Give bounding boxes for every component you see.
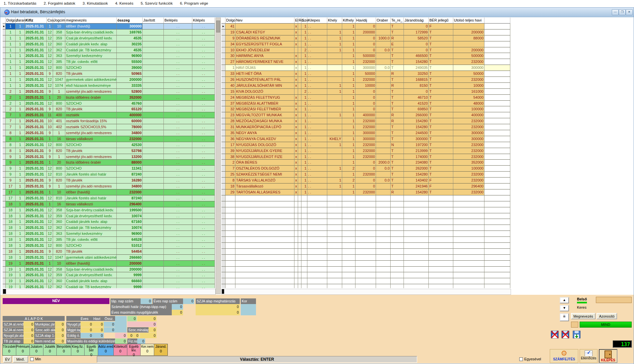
payroll-row[interactable]: 112025.01.31121074első házasok kedvezmén… [3, 83, 215, 89]
min-checkbox[interactable] [30, 357, 34, 361]
payroll-row[interactable]: 212025.01.319820TB járulék65120. .. . [3, 106, 215, 112]
employee-row[interactable]: 30HARMINC ANYAx1. .1500000T466500T500000 [222, 53, 511, 59]
payroll-row[interactable]: 212025.01.3191személyi jöv.adó rendszere… [3, 89, 215, 95]
payroll-row[interactable]: 1812025.01.3112385TB jár. cskedv. előtt6… [3, 237, 215, 243]
menu-item-6[interactable]: 6. Program vége [176, 0, 212, 6]
payroll-row[interactable]: 112025.01.3112362Családi jár. TB kedvezm… [3, 47, 215, 53]
save-export-icon[interactable] [572, 330, 581, 339]
payroll-row[interactable]: 1812025.01.3112800SZOCHO51012. .. . [3, 243, 215, 249]
payroll-row[interactable]: 912025.01.3112810Járulék fizetés alsó ha… [3, 172, 215, 178]
payroll-row[interactable]: 912025.01.31120tiszta időbéres órabér880… [3, 160, 215, 166]
employee-row[interactable] [222, 237, 511, 243]
employees-table[interactable]: DolgoNevElRöSzeKilepesKhelyKifhelyHavidi… [222, 18, 511, 288]
scroll-down-button[interactable]: ▼ [560, 305, 569, 311]
employee-row[interactable] [222, 195, 511, 201]
employee-row[interactable] [222, 219, 511, 225]
employee-row[interactable] [222, 213, 511, 219]
payroll-row[interactable]: 212025.01.3112800SZOCHO45760. .. . [3, 101, 215, 107]
szamfejtes-button[interactable]: ⚙ SZÁMFEJTÉS [550, 349, 578, 363]
payroll-row[interactable]: 1812025.01.3112362Családi jár. TB kedvez… [3, 225, 215, 231]
vertical-scrollbar[interactable] [216, 18, 221, 294]
payroll-row[interactable]: 812025.01.3191személyi jöv.adó rendszere… [3, 130, 215, 136]
employee-row[interactable]: 25SZAKKÉZZETSÉGET NEMIx1. .1232000T15428… [222, 172, 511, 178]
employee-row[interactable]: 18Társasvállalkozóx1. .110T241946F296400 [222, 183, 511, 189]
szamolhato-value[interactable]: 0 [172, 304, 183, 310]
kor-value[interactable] [241, 304, 256, 315]
employee-row[interactable] [222, 284, 511, 288]
scrollbar-thumb[interactable] [222, 289, 224, 294]
payroll-row[interactable]: 1912025.01.31110időber (havidíj)200000. … [3, 261, 215, 267]
payroll-row[interactable]: 1812025.01.319820TB járulék54454. .. . [3, 249, 215, 255]
payroll-row[interactable]: 812025.01.319820TB járulék53798. .. . [3, 148, 215, 154]
employee-row[interactable] [222, 255, 511, 261]
payroll-row[interactable]: 1812025.01.3112358Szja-ban érvény.család… [3, 207, 215, 213]
ellenorzes-button[interactable]: Ellenőrzés [580, 349, 598, 363]
employee-row[interactable]: 9DÓRABÉRES RÉSZMUNKx1. .1101000.0R58520T… [222, 35, 511, 41]
employee-row[interactable]: 28MEZŐGAZDASÁGI MUNKAx1. .1232000R154280… [222, 118, 511, 124]
payroll-row[interactable]: 112025.01.3112358Szja-ban érvény.családi… [3, 29, 215, 35]
szja-value-1[interactable]: 0 [196, 304, 240, 310]
payroll-row[interactable]: 1812025.01.3112360Családi járulék kedv. … [3, 219, 215, 225]
employee-row[interactable] [222, 272, 511, 278]
mino-button[interactable]: Minő. [13, 356, 28, 363]
azonosito-button[interactable]: Azonosító [597, 313, 617, 319]
employee-row[interactable]: 39NYUGDÍJJÁRULÉK GYEREx1. .1232000T21399… [222, 148, 511, 154]
szja-value-2[interactable]: 0 [196, 310, 240, 315]
szoc-minalap-value[interactable]: 0 [149, 327, 157, 333]
menu-item-2[interactable]: 2. Forgalmi adatok [40, 0, 79, 6]
employee-row[interactable]: 33HETI HÉT ÓRAx1. .150000R33250T50000 [222, 71, 511, 77]
misc-green-zero[interactable]: 0 [127, 316, 137, 321]
mgjpt-eves[interactable]: 0 [81, 327, 93, 333]
payroll-row[interactable]: 112025.01.3112363Személyi kedvezmény9690… [3, 53, 215, 59]
payroll-row[interactable]: 912025.01.3191személyi jöv.adó rendszere… [3, 154, 215, 160]
minimize-button[interactable]: — [612, 9, 619, 15]
eddig-eves[interactable]: 0 [81, 333, 93, 338]
employee-row[interactable] [222, 278, 511, 284]
employee-row[interactable]: 27HÁROMGYERMEKET NEVEx1. .1232000T154280… [222, 59, 511, 65]
employee-row[interactable]: 35NÉGY ANYAx1. .1300000T244500T300000 [222, 130, 511, 136]
employee-row[interactable] [222, 267, 511, 273]
maximalis-value[interactable]: 0 [115, 338, 127, 344]
scrollbar-thumb[interactable] [216, 21, 220, 32]
payroll-row[interactable]: 212025.01.31120tiszta időbéres órabér352… [3, 95, 215, 101]
alapok-value[interactable]: 0 [55, 327, 65, 333]
payroll-row[interactable]: 1912025.01.3112359Csal.jár.érvényesíthet… [3, 272, 215, 278]
title-bar[interactable]: Havi béradatok, Bérszámfejtés [0, 8, 634, 17]
misc-yellow-zero-3[interactable]: 0 [133, 333, 139, 338]
payroll-row[interactable]: 812025.01.31116társas vállalkozó232000. … [3, 136, 215, 142]
payroll-row[interactable]: 1812025.01.31116társas vállalkozó296400.… [3, 201, 215, 207]
kilepes-button[interactable]: KILÉPÉS [599, 349, 617, 363]
payroll-row[interactable]: ►112025.01.31110időber (havidíj)300000. … [3, 24, 215, 29]
misc-yellow-zero-1[interactable]: 0 [137, 316, 157, 321]
payroll-row[interactable]: 112025.01.31121047gyermekek utáni adóked… [3, 77, 215, 83]
employee-row[interactable]: 37MEGBÍZÁSI ALATTMBÉRx1. .10T41520T48000 [222, 101, 511, 107]
employee-row[interactable]: 36NÉGYANYA CSALKEDVx1. .KHELY1300000T300… [222, 136, 511, 142]
employee-row[interactable] [222, 207, 511, 213]
search-input-1[interactable] [596, 297, 632, 303]
close-button[interactable]: ✕ [626, 9, 633, 15]
payroll-row[interactable]: 112025.01.3112385TB jár. cskedv. előtt55… [3, 59, 215, 65]
maximize-button[interactable]: ❐ [619, 9, 626, 15]
payroll-row[interactable]: 1912025.01.3112358Szja-ban érvény.család… [3, 267, 215, 273]
employee-row[interactable]: 23MEGVÁLTOZOTT MUNKAKx1. .11400000R26600… [222, 112, 511, 118]
employee-row[interactable]: 38NYUGDÍJJÁRULÉKOT FIZEx1. .1232000T1740… [222, 154, 511, 160]
payroll-row[interactable]: 1812025.01.3112363Személyi kedvezmény969… [3, 231, 215, 237]
discard-save-icon[interactable] [550, 330, 559, 339]
misc-pink-zero[interactable]: 0 [127, 322, 157, 327]
payroll-row[interactable]: 112025.01.3112800SZOCHO39000. .. . [3, 65, 215, 71]
payroll-row[interactable]: 1912025.01.3112362Családi jár. TB kedvez… [3, 284, 215, 288]
payroll-row[interactable]: 812025.01.3112800SZOCHO42530. .. . [3, 142, 215, 148]
employee-row[interactable]: 32MEGBÍZÁSI FELETTMBÉRx1. .10T69850T1000… [222, 106, 511, 112]
payroll-row[interactable]: 1812025.01.3112359Csal.jár.érvényesíthet… [3, 213, 215, 219]
employee-row[interactable]: 34EGYSZERŰSÍTETT FOGLAx1. .110E0T [222, 41, 511, 47]
right-horizontal-scrollbar[interactable] [222, 289, 511, 295]
nyugd-eves[interactable]: 0 [81, 322, 93, 327]
alapok-value[interactable]: 0 [24, 333, 34, 338]
payroll-row[interactable]: 1712025.01.31110időber (havidíj)232000. … [3, 189, 215, 195]
payroll-row[interactable]: 112025.01.3112360Családi járulék kedv. a… [3, 41, 215, 47]
mgjpt-havi[interactable]: 0 [93, 327, 104, 333]
misc-yellow-zero-2[interactable]: 0 [127, 333, 133, 338]
menu-item-1[interactable]: 1. Törzskarbatartás [0, 0, 40, 6]
employee-row[interactable] [222, 231, 511, 237]
payroll-row[interactable]: 712025.01.3110401osztalék forrásadója 15… [3, 118, 215, 124]
